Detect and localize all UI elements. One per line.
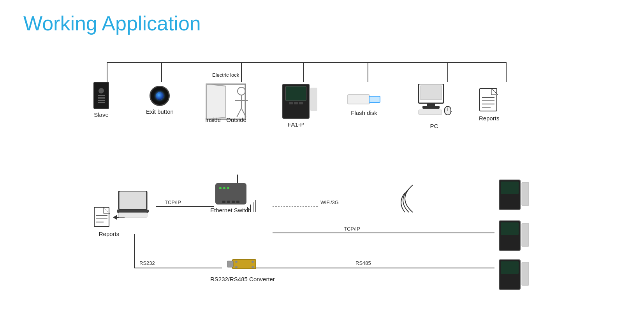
exit-button-icon [150, 86, 170, 106]
router-port-1 [222, 201, 225, 203]
svg-rect-51 [227, 261, 233, 267]
svg-rect-20 [421, 86, 442, 100]
slave-icon [93, 82, 109, 109]
wave-3 [253, 202, 253, 212]
router-item: Ethernet Switch [210, 183, 251, 213]
fa1p-btn-1 [289, 102, 293, 104]
tcp-ip-1-label: TCP/IP [164, 199, 182, 205]
router-ports [222, 201, 239, 203]
fa1p-screen [285, 86, 306, 101]
svg-point-12 [238, 87, 245, 95]
router-led-3 [227, 187, 229, 189]
svg-rect-18 [369, 96, 380, 102]
wifi-waves-right [247, 200, 256, 212]
wifi-waves-big [389, 183, 421, 214]
device-top-icon [498, 179, 530, 210]
svg-rect-48 [117, 210, 149, 213]
rs232-label: RS232 [138, 260, 156, 266]
router-icon [215, 183, 246, 204]
top-reports-icon [479, 88, 499, 113]
router-port-3 [232, 201, 235, 203]
svg-rect-57 [501, 182, 519, 194]
rs485-label: RS485 [354, 260, 372, 266]
svg-rect-17 [347, 95, 370, 104]
converter-icon [227, 256, 258, 272]
svg-rect-49 [118, 213, 147, 217]
svg-line-15 [237, 108, 241, 117]
wave-4 [255, 200, 256, 212]
svg-point-53 [252, 261, 254, 263]
outside-label: Outside [226, 116, 246, 123]
svg-rect-63 [501, 261, 519, 274]
device-bot-icon [498, 259, 530, 290]
electric-lock-label: Electric lock [212, 72, 239, 78]
router-lights [219, 187, 229, 189]
slave-label: Slave [94, 111, 109, 118]
fa1p-device-wrapper [282, 84, 310, 119]
svg-rect-61 [522, 223, 529, 247]
pc-wrapper [417, 84, 452, 120]
svg-point-55 [252, 266, 254, 268]
inside-label: Inside [205, 116, 221, 123]
fa1p-side-panel [310, 88, 317, 111]
wave-2 [250, 204, 251, 212]
svg-rect-21 [427, 103, 435, 106]
flash-disk-icon [347, 92, 382, 107]
flash-disk-item: Flash disk [347, 92, 382, 116]
pc-item: PC [417, 84, 452, 129]
fa1p-label: FA1-P [288, 121, 304, 128]
svg-rect-60 [501, 222, 519, 235]
exit-button-label: Exit button [146, 108, 174, 115]
device-bot-item [498, 259, 530, 290]
fa1p-item: FA1-P [282, 84, 310, 128]
pc-icon [417, 84, 452, 119]
ethernet-switch-label: Ethernet Switch [210, 207, 251, 213]
exit-button-item: Exit button [146, 86, 174, 115]
svg-rect-64 [522, 262, 529, 286]
fa1p-btn-3 [299, 102, 303, 104]
big-wifi-arc [389, 183, 421, 214]
router-led-2 [223, 187, 225, 189]
laptop-icon [117, 191, 152, 218]
svg-marker-11 [206, 84, 226, 119]
wifi-3g-label: WiFi/3G [319, 199, 340, 205]
router-port-4 [236, 201, 239, 203]
bottom-diagram: Reports TCP/IP [70, 167, 576, 308]
top-reports-label: Reports [479, 115, 500, 122]
converter-label: RS232/RS485 Converter [210, 276, 275, 282]
device-mid-icon [498, 220, 530, 251]
converter-item: RS232/RS485 Converter [210, 256, 275, 282]
fa1p-icon [282, 84, 310, 119]
converter-wrapper [227, 256, 258, 273]
svg-point-52 [235, 261, 238, 263]
device-mid-item [498, 220, 530, 251]
top-diagram: Slave Exit button Electric lock Inside O… [70, 51, 576, 171]
tcp-ip-2-label: TCP/IP [343, 226, 361, 232]
router-led-1 [219, 187, 222, 189]
svg-rect-40 [94, 207, 109, 227]
door-item: Electric lock Inside Outside [191, 72, 261, 123]
fa1p-btn-2 [294, 102, 298, 104]
svg-rect-58 [522, 182, 529, 206]
svg-rect-47 [119, 191, 147, 210]
door-labels: Inside Outside [205, 116, 246, 123]
flash-disk-label: Flash disk [351, 109, 377, 116]
top-reports-item: Reports [479, 88, 500, 122]
svg-marker-45 [113, 215, 117, 220]
svg-rect-22 [422, 106, 440, 109]
router-port-2 [227, 201, 230, 203]
svg-point-54 [235, 266, 238, 268]
bottom-reports-label: Reports [99, 231, 120, 237]
bottom-reports-icon [93, 206, 111, 228]
page-title: Working Application [23, 12, 201, 35]
device-top-item [498, 179, 530, 210]
laptop-item [117, 191, 152, 218]
pc-label: PC [430, 123, 438, 129]
svg-rect-23 [419, 110, 442, 115]
fa1p-buttons [289, 102, 303, 104]
router-antenna [237, 175, 238, 183]
wave-1 [247, 207, 248, 212]
slave-item: Slave [93, 82, 109, 118]
